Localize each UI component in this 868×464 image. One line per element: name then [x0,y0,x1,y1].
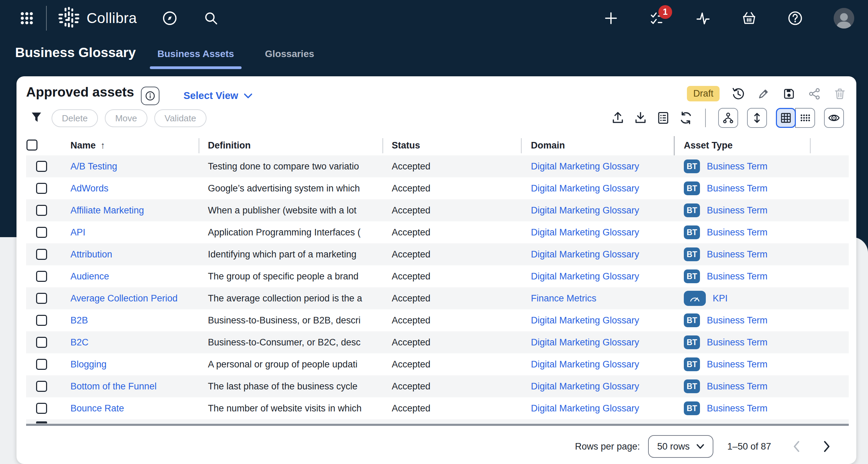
column-header-domain[interactable]: Domain [531,140,565,151]
tab-business-assets[interactable]: Business Assets [155,48,236,59]
search-icon[interactable] [203,11,219,26]
column-header-status[interactable]: Status [392,140,420,151]
notification-badge: 1 [658,5,672,19]
domain-link[interactable]: Digital Marketing Glossary [531,265,639,287]
table-header: Name↑ Definition Status Domain Asset Typ… [16,136,856,155]
asset-type-link[interactable]: Business Term [707,403,768,414]
asset-type-link[interactable]: Business Term [707,183,768,194]
domain-link[interactable]: Digital Marketing Glossary [531,309,639,331]
asset-name-link[interactable]: Bottom of the Funnel [70,375,157,397]
tab-glossaries[interactable]: Glossaries [263,48,316,59]
dense-view-button[interactable] [795,108,815,128]
sort-ascending-icon: ↑ [101,140,105,151]
refresh-icon[interactable] [679,111,693,125]
asset-definition: A personal or group of people updati [208,353,378,375]
help-icon[interactable] [788,11,803,26]
tasks-icon[interactable]: 1 [649,11,665,26]
column-header-asset-type[interactable]: Asset Type [684,140,733,151]
asset-name-link[interactable]: Bounce Rate [70,397,124,419]
asset-type-link[interactable]: Business Term [707,337,768,348]
filter-icon[interactable] [30,111,43,125]
domain-link[interactable]: Finance Metrics [531,287,597,309]
table-view-button[interactable] [776,108,796,128]
asset-type-link[interactable]: KPI [713,293,728,304]
row-checkbox[interactable] [36,227,47,238]
horizontal-scrollbar[interactable] [26,424,849,426]
asset-name-link[interactable]: B2B [70,309,88,331]
rows-per-page-select[interactable]: 50 rows [648,435,713,458]
row-checkbox[interactable] [36,205,47,216]
asset-name-link[interactable]: AdWords [70,177,109,199]
row-checkbox[interactable] [36,337,47,348]
asset-name-link[interactable]: A/B Testing [70,155,117,177]
hierarchy-view-button[interactable] [718,108,738,128]
asset-type-link[interactable]: Business Term [707,205,768,216]
import-download-icon[interactable] [634,111,647,125]
delete-button[interactable]: Delete [52,109,98,127]
row-checkbox[interactable] [36,183,47,194]
trash-icon[interactable] [833,87,847,101]
column-divider[interactable] [199,138,199,153]
compass-icon[interactable] [162,11,177,26]
info-icon[interactable] [141,87,159,105]
asset-name-link[interactable]: B2C [70,331,89,353]
row-checkbox[interactable] [36,381,47,392]
row-checkbox[interactable] [36,271,47,282]
domain-link[interactable]: Digital Marketing Glossary [531,155,639,177]
save-icon[interactable] [782,87,796,101]
collibra-logo[interactable]: Collibra [57,6,137,30]
row-height-button[interactable] [747,108,767,128]
share-icon[interactable] [808,87,821,101]
select-all-checkbox[interactable] [26,140,37,151]
asset-name-link[interactable]: Blogging [70,353,107,375]
asset-type-link[interactable]: Business Term [707,161,768,172]
edit-pencil-icon[interactable] [757,87,770,101]
row-checkbox[interactable] [36,315,47,326]
row-checkbox[interactable] [36,293,47,304]
next-page-button[interactable] [819,439,834,454]
asset-type-link[interactable]: Business Term [707,249,768,260]
domain-link[interactable]: Digital Marketing Glossary [531,177,639,199]
move-button[interactable]: Move [105,109,147,127]
activity-pulse-icon[interactable] [695,11,711,26]
asset-type-badge: BT [684,159,700,173]
history-icon[interactable] [731,87,745,101]
create-plus-icon[interactable] [603,11,619,26]
preview-eye-button[interactable] [824,108,844,128]
domain-link[interactable]: Digital Marketing Glossary [531,221,639,243]
column-divider[interactable] [810,138,811,153]
column-header-name[interactable]: Name↑ [70,140,105,151]
asset-type-link[interactable]: Business Term [707,381,768,392]
row-checkbox[interactable] [36,359,47,370]
row-checkbox[interactable] [36,249,47,260]
apps-grid-icon[interactable] [19,11,34,26]
column-header-definition[interactable]: Definition [208,140,251,151]
asset-type-link[interactable]: Business Term [707,359,768,370]
asset-type-link[interactable]: Business Term [707,315,768,326]
domain-link[interactable]: Digital Marketing Glossary [531,375,639,397]
asset-name-link[interactable]: Attribution [70,243,112,265]
basket-icon[interactable] [742,11,757,26]
domain-link[interactable]: Digital Marketing Glossary [531,353,639,375]
report-list-icon[interactable] [656,111,670,125]
asset-name-link[interactable]: API [70,221,86,243]
asset-name-link[interactable]: Affiliate Marketing [70,199,144,221]
asset-type-link[interactable]: Business Term [707,271,768,282]
asset-name-link[interactable]: Audience [70,265,109,287]
domain-link[interactable]: Digital Marketing Glossary [531,331,639,353]
asset-name-link[interactable]: Average Collection Period [70,287,178,309]
row-checkbox[interactable] [36,161,47,172]
asset-type-link[interactable]: Business Term [707,227,768,238]
column-divider[interactable] [382,138,383,153]
export-upload-icon[interactable] [611,111,625,125]
validate-button[interactable]: Validate [154,109,207,127]
select-view-dropdown[interactable]: Select View [183,90,253,101]
previous-page-button[interactable] [789,439,804,454]
column-divider[interactable] [521,138,522,153]
domain-link[interactable]: Digital Marketing Glossary [531,243,639,265]
row-checkbox[interactable] [36,403,47,414]
user-avatar[interactable] [834,8,854,29]
asset-type-cell: KPI [684,287,728,309]
domain-link[interactable]: Digital Marketing Glossary [531,397,639,419]
domain-link[interactable]: Digital Marketing Glossary [531,199,639,221]
